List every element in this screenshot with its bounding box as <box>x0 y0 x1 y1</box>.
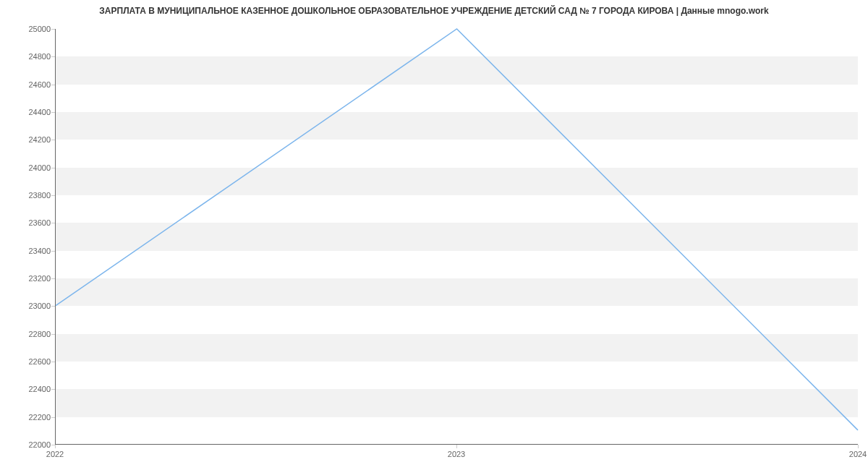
y-tick-mark <box>51 251 55 252</box>
y-tick-label: 24200 <box>7 135 51 144</box>
y-tick-label: 22200 <box>7 413 51 422</box>
y-tick-mark <box>51 362 55 362</box>
x-tick-label: 2023 <box>448 450 465 458</box>
y-tick-label: 24600 <box>7 80 51 89</box>
y-tick-mark <box>51 168 55 168</box>
y-tick-label: 22600 <box>7 357 51 366</box>
y-tick-mark <box>51 56 55 57</box>
x-tick-label: 2022 <box>46 450 64 458</box>
y-tick-label: 23200 <box>7 274 51 283</box>
y-tick-mark <box>51 29 55 30</box>
y-tick-mark <box>51 306 55 307</box>
y-tick-mark <box>51 140 55 140</box>
x-tick-label: 2024 <box>849 450 867 458</box>
line-chart-svg <box>56 29 858 444</box>
y-tick-mark <box>51 195 55 196</box>
plot-area <box>55 29 858 445</box>
x-tick-mark <box>55 445 56 448</box>
y-tick-mark <box>51 334 55 335</box>
y-tick-label: 23400 <box>7 247 51 255</box>
y-tick-label: 23000 <box>7 302 51 310</box>
y-tick-mark <box>51 112 55 113</box>
y-tick-mark <box>51 417 55 418</box>
data-line <box>56 29 858 430</box>
y-tick-label: 24000 <box>7 163 51 172</box>
y-tick-label: 22000 <box>7 440 51 449</box>
y-tick-label: 22400 <box>7 385 51 393</box>
x-tick-mark <box>456 445 457 448</box>
y-tick-label: 25000 <box>7 25 51 33</box>
y-tick-label: 23600 <box>7 218 51 227</box>
y-tick-mark <box>51 278 55 279</box>
y-tick-label: 23800 <box>7 191 51 200</box>
x-tick-mark <box>858 445 859 448</box>
y-tick-mark <box>51 389 55 390</box>
y-tick-label: 24400 <box>7 108 51 116</box>
chart-title: ЗАРПЛАТА В МУНИЦИПАЛЬНОЕ КАЗЕННОЕ ДОШКОЛ… <box>0 6 868 16</box>
y-tick-mark <box>51 223 55 223</box>
y-tick-mark <box>51 85 55 85</box>
y-tick-label: 24800 <box>7 52 51 61</box>
y-tick-label: 22800 <box>7 330 51 338</box>
